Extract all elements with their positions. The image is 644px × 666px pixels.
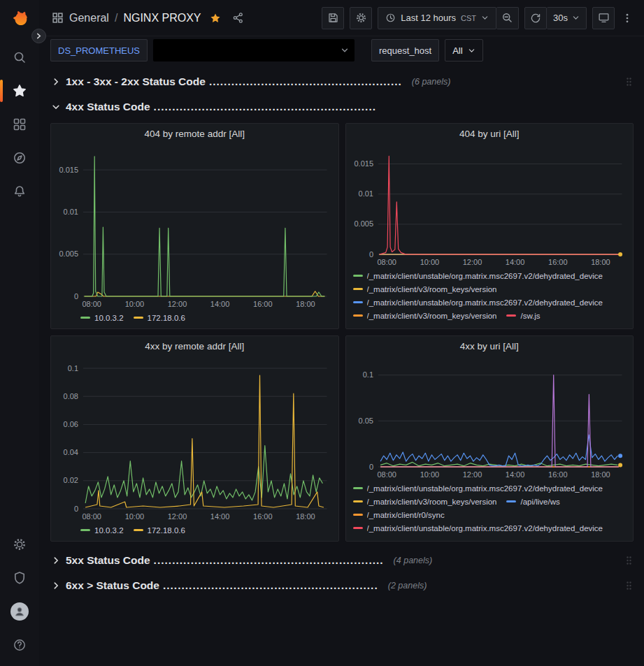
sidebar-expand-toggle[interactable]	[31, 29, 46, 43]
save-dashboard-button[interactable]	[322, 7, 344, 29]
sidebar-item-dashboards[interactable]	[0, 108, 39, 141]
legend-item[interactable]: /_matrix/client/v3/room_keys/version	[353, 310, 497, 321]
chevron-right-icon	[36, 33, 42, 39]
legend-item[interactable]: /_matrix/client/unstable/org.matrix.msc2…	[353, 482, 603, 494]
share-button[interactable]	[232, 12, 244, 24]
breadcrumb: General / NGINX PROXY	[52, 12, 244, 24]
svg-text:0.06: 0.06	[64, 420, 78, 428]
svg-text:12:00: 12:00	[462, 258, 482, 266]
legend-item[interactable]: 172.18.0.6	[134, 312, 185, 324]
legend-item[interactable]: /_matrix/client/unstable/org.matrix.msc2…	[353, 522, 603, 534]
row-header-1xx-3xx-2xx[interactable]: 1xx - 3xx - 2xx Status Code ............…	[50, 71, 634, 92]
legend-item[interactable]: 172.18.0.6	[134, 524, 185, 536]
zoom-out-time-button[interactable]	[496, 7, 519, 29]
legend-item[interactable]: /_matrix/client/unstable/org.matrix.msc2…	[353, 270, 603, 282]
svg-text:0.01: 0.01	[358, 189, 373, 198]
legend-item[interactable]: /_matrix/client/unstable/org.matrix.msc2…	[353, 296, 603, 308]
variable-value-ds-prometheus-dropdown[interactable]	[153, 39, 355, 61]
row-header-6xx[interactable]: 6xx > Status Code ......................…	[50, 575, 634, 596]
bell-icon	[13, 184, 27, 198]
tv-mode-button[interactable]	[592, 7, 615, 29]
user-avatar	[10, 602, 29, 621]
clock-icon	[385, 13, 396, 23]
svg-text:14:00: 14:00	[210, 512, 230, 521]
sidebar-item-explore[interactable]	[0, 141, 39, 175]
help-icon	[13, 638, 27, 652]
breadcrumb-separator: /	[115, 12, 117, 24]
legend-series-mark	[506, 314, 516, 317]
legend-series-label: 172.18.0.6	[148, 314, 185, 322]
svg-text:0.05: 0.05	[358, 417, 373, 425]
legend-item[interactable]: /_matrix/client/r0/sync	[353, 509, 445, 521]
legend-item[interactable]: 10.0.3.2	[80, 312, 124, 324]
drag-dots-icon	[626, 77, 632, 87]
sidebar-item-help[interactable]	[0, 628, 39, 662]
dashboard-variables-bar: DS_PROMETHEUS request_host All	[39, 36, 644, 64]
svg-text:18:00: 18:00	[296, 512, 315, 521]
chevron-down-icon	[52, 103, 60, 111]
more-options-button[interactable]	[620, 7, 634, 29]
svg-text:0.015: 0.015	[354, 159, 373, 168]
svg-text:0: 0	[368, 250, 373, 259]
refresh-interval-dropdown[interactable]: 30s	[547, 7, 587, 29]
panel-title[interactable]: 404 by remote addr [All]	[51, 124, 338, 143]
svg-text:16:00: 16:00	[253, 512, 273, 521]
legend-series-mark	[134, 317, 143, 319]
panel-legend: 10.0.3.2172.18.0.6	[51, 310, 338, 328]
row-drag-handle[interactable]	[626, 556, 634, 565]
svg-text:08:00: 08:00	[377, 258, 396, 266]
svg-text:0.01: 0.01	[64, 208, 78, 216]
chevron-down-icon	[468, 47, 475, 55]
svg-text:12:00: 12:00	[462, 470, 482, 479]
favorite-star-button[interactable]	[210, 13, 221, 24]
panel-title[interactable]: 4xx by remote addr [All]	[51, 336, 338, 356]
row-panel-count: (6 panels)	[412, 77, 451, 87]
drag-dots-icon	[626, 556, 632, 565]
svg-text:16:00: 16:00	[548, 258, 568, 266]
legend-series-label: /_matrix/client/v3/room_keys/version	[367, 312, 497, 320]
legend-item[interactable]: 10.0.3.2	[80, 524, 124, 536]
legend-series-label: /_matrix/client/r0/sync	[367, 511, 445, 519]
legend-item[interactable]: /sw.js	[506, 310, 540, 321]
row-panel-count: (2 panels)	[388, 581, 427, 591]
timeseries-chart-4xx-by-remote-addr[interactable]: 00.020.040.060.080.108:0010:0012:0014:00…	[54, 356, 336, 523]
refresh-button[interactable]	[524, 7, 547, 29]
svg-text:12:00: 12:00	[168, 300, 187, 308]
timeseries-chart-4xx-by-uri[interactable]: 00.050.108:0010:0012:0014:0016:0018:00	[349, 356, 631, 481]
sidebar-item-configuration[interactable]	[0, 528, 39, 561]
apps-icon	[13, 117, 27, 131]
row-header-4xx[interactable]: 4xx Status Code ........................…	[50, 96, 634, 117]
legend-item[interactable]: /_matrix/client/v3/room_keys/version	[353, 283, 497, 295]
legend-item[interactable]: /_matrix/client/v3/room_keys/version	[353, 495, 497, 507]
svg-text:18:00: 18:00	[591, 258, 610, 266]
time-range-picker[interactable]: Last 12 hours CST	[378, 7, 496, 29]
svg-text:0.005: 0.005	[354, 219, 373, 228]
sidebar-item-search[interactable]	[0, 41, 39, 74]
breadcrumb-section[interactable]: General	[69, 12, 109, 24]
svg-text:18:00: 18:00	[296, 300, 315, 308]
svg-text:14:00: 14:00	[210, 300, 230, 308]
variable-value-request-host-dropdown[interactable]: All	[445, 39, 482, 61]
variable-value-request-host: All	[452, 45, 462, 56]
sidebar-item-alerting[interactable]	[0, 175, 39, 208]
sidebar-item-profile[interactable]	[0, 595, 39, 628]
row-title-dots: ........................................…	[163, 579, 378, 592]
search-icon	[13, 50, 27, 64]
sidebar-nav	[0, 41, 39, 208]
sidebar-item-starred[interactable]	[0, 74, 39, 108]
legend-item[interactable]: /api/live/ws	[506, 495, 559, 507]
timeseries-chart-404-by-remote-addr[interactable]: 00.0050.010.01508:0010:0012:0014:0016:00…	[54, 143, 336, 310]
row-title: 6xx > Status Code	[66, 579, 159, 592]
row-title-dots: ........................................…	[209, 75, 402, 88]
row-header-5xx[interactable]: 5xx Status Code ........................…	[50, 550, 634, 571]
timeseries-chart-404-by-uri[interactable]: 00.0050.010.01508:0010:0012:0014:0016:00…	[349, 143, 631, 268]
row-drag-handle[interactable]	[626, 77, 634, 87]
svg-text:10:00: 10:00	[125, 300, 145, 308]
row-drag-handle[interactable]	[626, 581, 634, 591]
panel-title[interactable]: 4xx by uri [All]	[346, 336, 634, 356]
dashboard-settings-button[interactable]	[350, 7, 372, 29]
panel-title[interactable]: 404 by uri [All]	[346, 124, 634, 143]
sidebar-item-server-admin[interactable]	[0, 561, 39, 595]
chevron-down-icon	[572, 14, 580, 22]
variable-label-request-host: request_host	[371, 39, 439, 61]
